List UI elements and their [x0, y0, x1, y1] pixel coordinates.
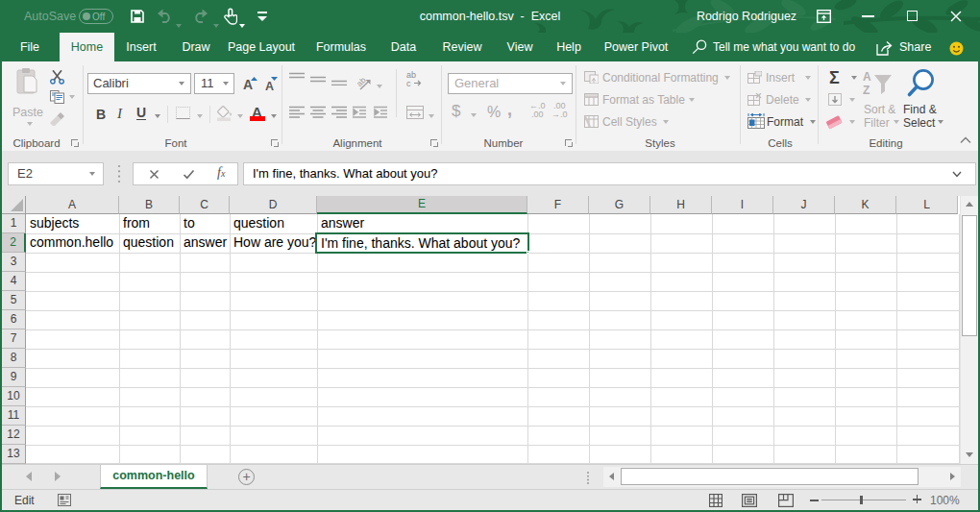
svg-text:c: c: [406, 79, 411, 87]
svg-text:ab: ab: [356, 76, 368, 88]
svg-text:A: A: [863, 70, 871, 84]
svg-text:Z: Z: [863, 84, 870, 97]
